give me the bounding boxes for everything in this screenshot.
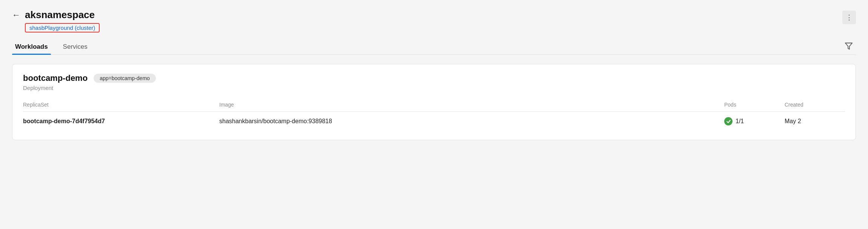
tab-services[interactable]: Services <box>60 39 91 54</box>
cell-pods: 1/1 <box>724 117 785 125</box>
back-button[interactable]: ← <box>12 11 20 19</box>
deployment-card: bootcamp-demo app=bootcamp-demo Deployme… <box>12 64 856 140</box>
cell-replicaset: bootcamp-demo-7d4f7954d7 <box>23 118 219 125</box>
deployment-type: Deployment <box>23 85 845 91</box>
col-header-pods: Pods <box>724 102 785 108</box>
col-header-created: Created <box>785 102 845 108</box>
tab-workloads[interactable]: Workloads <box>12 39 51 54</box>
main-content: bootcamp-demo app=bootcamp-demo Deployme… <box>12 64 856 140</box>
title-row: ← aksnamespace <box>12 9 100 21</box>
table-header: ReplicaSet Image Pods Created <box>23 98 845 112</box>
page-title: aksnamespace <box>25 9 95 21</box>
cell-image: shashankbarsin/bootcamp-demo:9389818 <box>219 118 724 125</box>
header: ← aksnamespace shasbPlayground (cluster)… <box>12 9 856 32</box>
col-header-image: Image <box>219 102 724 108</box>
header-left: ← aksnamespace shasbPlayground (cluster) <box>12 9 100 32</box>
deployment-name: bootcamp-demo <box>23 73 88 83</box>
filter-icon <box>845 42 853 50</box>
table-row: bootcamp-demo-7d4f7954d7 shashankbarsin/… <box>23 112 845 131</box>
tabs-row: Workloads Services <box>12 39 856 55</box>
cluster-badge[interactable]: shasbPlayground (cluster) <box>25 23 100 32</box>
pods-count: 1/1 <box>736 118 744 125</box>
tabs: Workloads Services <box>12 39 100 54</box>
pods-check-icon <box>724 117 733 125</box>
card-header: bootcamp-demo app=bootcamp-demo <box>23 73 845 83</box>
header-right: ⋮ <box>842 11 856 24</box>
page-container: ← aksnamespace shasbPlayground (cluster)… <box>0 0 868 229</box>
filter-button[interactable] <box>842 40 856 54</box>
svg-marker-0 <box>845 43 852 49</box>
label-badge: app=bootcamp-demo <box>94 74 156 83</box>
cell-created: May 2 <box>785 118 845 125</box>
col-header-replicaset: ReplicaSet <box>23 102 219 108</box>
more-menu-button[interactable]: ⋮ <box>842 11 856 24</box>
